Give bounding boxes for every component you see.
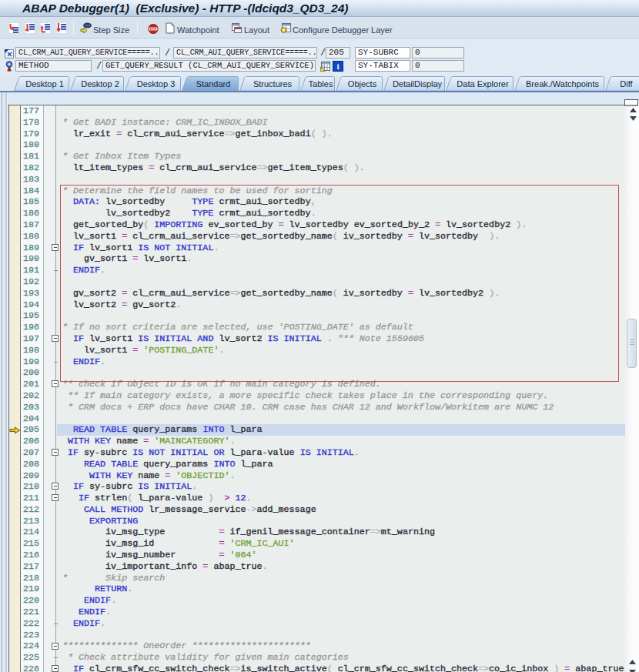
svg-text:STOP: STOP — [149, 28, 157, 31]
svg-text:Desktop 1: Desktop 1 — [25, 79, 64, 89]
svg-text:Objects: Objects — [348, 79, 377, 89]
svg-text:Break./Watchpoints: Break./Watchpoints — [526, 79, 599, 89]
svg-text:Structures: Structures — [253, 79, 293, 89]
svg-text:Tables: Tables — [309, 79, 333, 89]
svg-text:DetailDisplay: DetailDisplay — [393, 79, 443, 89]
svg-text:Desktop 3: Desktop 3 — [137, 79, 176, 89]
svg-text:Desktop 2: Desktop 2 — [81, 79, 119, 89]
svg-text:Diff: Diff — [620, 79, 633, 89]
svg-text:Data Explorer: Data Explorer — [457, 79, 509, 89]
svg-text:i: i — [336, 62, 339, 71]
svg-text:Standard: Standard — [196, 79, 231, 89]
